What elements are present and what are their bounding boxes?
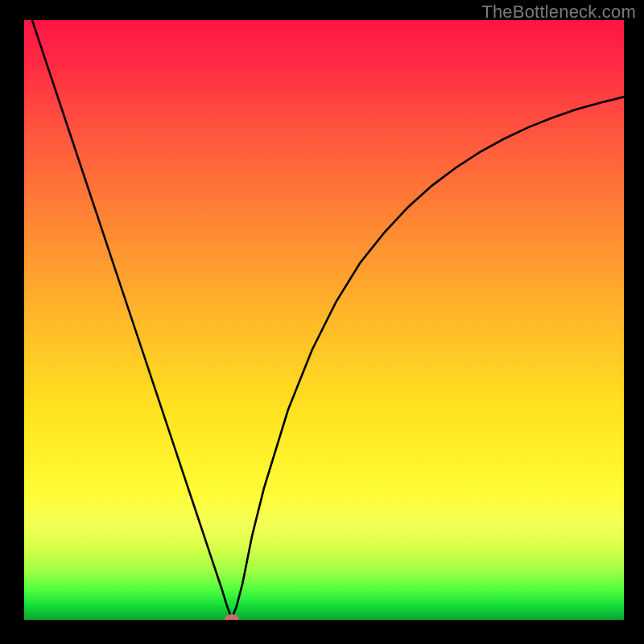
bottleneck-curve [24, 20, 624, 619]
curve-svg [24, 20, 624, 620]
min-dot [225, 614, 239, 621]
plot-area [24, 20, 624, 620]
chart-frame: TheBottleneck.com [0, 0, 644, 644]
watermark-text: TheBottleneck.com [481, 2, 636, 23]
